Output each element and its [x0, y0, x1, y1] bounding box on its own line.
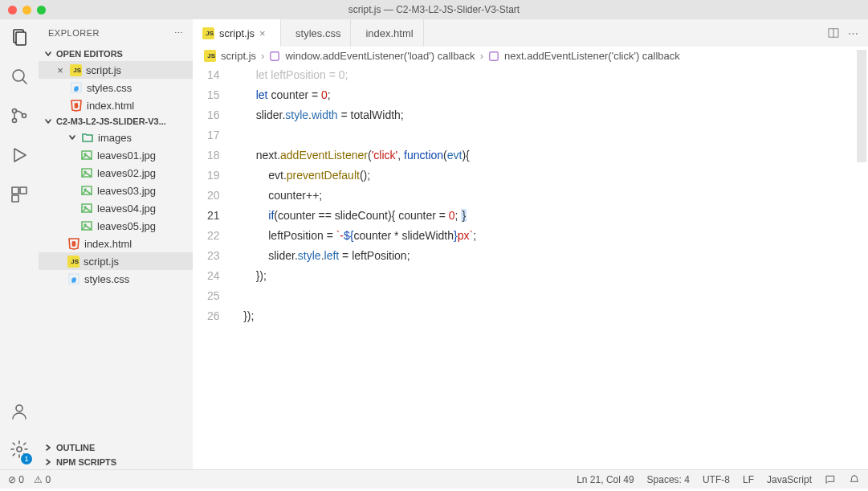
editor-tab[interactable]: 5index.html: [351, 19, 423, 47]
file-label: script.js: [86, 64, 121, 76]
editor-area: JSscript.js × #styles.css 5index.html ⋯ …: [193, 19, 868, 469]
file-label: leaves03.jpg: [97, 185, 156, 197]
tab-label: index.html: [365, 27, 413, 39]
line-numbers: 14151617181920212223242526: [193, 65, 231, 469]
source-control-icon[interactable]: [10, 106, 29, 128]
svg-point-11: [16, 405, 22, 411]
split-editor-icon[interactable]: [827, 27, 840, 39]
language-mode[interactable]: JavaScript: [767, 474, 812, 485]
minimap-scrollbar[interactable]: [857, 50, 866, 162]
open-editor-item[interactable]: × JSscript.js: [39, 61, 193, 79]
tree-item[interactable]: images: [39, 129, 193, 146]
image-file-icon: [80, 149, 93, 162]
project-section[interactable]: C2-M3-L2-JS-SLIDER-V3...: [39, 114, 193, 129]
svg-rect-34: [271, 51, 279, 60]
cursor-position[interactable]: Ln 21, Col 49: [577, 474, 634, 485]
chevron-right-icon: ›: [261, 50, 264, 62]
tab-label: styles.css: [295, 27, 340, 39]
close-icon[interactable]: ×: [55, 64, 66, 76]
js-file-icon: JS: [70, 64, 82, 76]
tree-item[interactable]: 5index.html: [39, 235, 193, 252]
open-editors-section[interactable]: OPEN EDITORS: [39, 47, 193, 61]
window-title: script.js — C2-M3-L2-JS-Slider-V3-Start: [0, 4, 868, 15]
feedback-icon[interactable]: [825, 474, 836, 485]
svg-rect-1: [16, 32, 26, 45]
code-editor[interactable]: 14151617181920212223242526 let leftPosit…: [193, 65, 868, 469]
tree-item[interactable]: leaves02.jpg: [39, 164, 193, 182]
file-label: styles.css: [84, 273, 129, 285]
tree-item[interactable]: leaves03.jpg: [39, 182, 193, 199]
eol[interactable]: LF: [743, 474, 754, 485]
account-icon[interactable]: [10, 402, 29, 423]
image-file-icon: [80, 166, 93, 179]
errors-count[interactable]: ⊘ 0: [8, 474, 24, 485]
encoding[interactable]: UTF-8: [703, 474, 730, 485]
editor-tab[interactable]: JSscript.js ×: [193, 19, 281, 47]
chevron-right-icon: [43, 457, 53, 467]
js-file-icon: JS: [67, 256, 79, 268]
file-label: leaves02.jpg: [97, 167, 156, 179]
image-file-icon: [80, 219, 93, 232]
indent-setting[interactable]: Spaces: 4: [647, 474, 690, 485]
explorer-icon[interactable]: [10, 27, 29, 49]
file-label: index.html: [87, 100, 134, 112]
tree-item[interactable]: JSscript.js: [39, 252, 193, 270]
js-file-icon: JS: [202, 27, 214, 39]
file-label: leaves01.jpg: [97, 149, 156, 162]
explorer-label: EXPLORER: [48, 28, 100, 38]
file-label: index.html: [84, 238, 132, 250]
html-file-icon: 5: [67, 237, 80, 250]
svg-rect-8: [12, 187, 18, 194]
settings-icon[interactable]: 1: [10, 440, 29, 461]
file-label: leaves05.jpg: [97, 220, 156, 232]
chevron-down-icon: [67, 133, 77, 142]
run-debug-icon[interactable]: [10, 145, 29, 167]
extensions-icon[interactable]: [10, 185, 29, 207]
close-icon[interactable]: ×: [259, 27, 271, 39]
file-label: script.js: [84, 256, 119, 268]
activity-bar: 1: [0, 19, 39, 469]
title-bar: script.js — C2-M3-L2-JS-Slider-V3-Start: [0, 0, 868, 19]
search-icon[interactable]: [10, 67, 29, 88]
folder-icon: [81, 131, 94, 144]
file-tree: OPEN EDITORS × JSscript.js #styles.css 5…: [39, 47, 193, 440]
image-file-icon: [80, 202, 93, 215]
svg-marker-7: [14, 149, 26, 162]
method-icon: [269, 51, 280, 62]
file-label: styles.css: [87, 82, 132, 94]
tree-item[interactable]: leaves01.jpg: [39, 146, 193, 164]
breadcrumb[interactable]: JS script.js › window.addEventListener('…: [193, 47, 868, 65]
main-area: 1 EXPLORER ⋯ OPEN EDITORS × JSscript.js …: [0, 19, 868, 469]
method-icon: [488, 51, 499, 62]
svg-text:5: 5: [75, 103, 78, 108]
svg-rect-35: [490, 51, 499, 60]
file-label: leaves04.jpg: [97, 203, 156, 215]
svg-rect-9: [20, 187, 26, 194]
code-content[interactable]: let leftPosition = 0; let counter = 0; s…: [231, 65, 868, 469]
sidebar-header: EXPLORER ⋯: [39, 19, 193, 47]
open-editor-item[interactable]: #styles.css: [39, 79, 193, 96]
more-actions-icon[interactable]: ⋯: [848, 27, 858, 39]
svg-text:5: 5: [72, 241, 75, 247]
chevron-down-icon: [43, 49, 53, 59]
tree-item[interactable]: #styles.css: [39, 270, 193, 288]
tab-label: script.js: [219, 27, 255, 39]
editor-tabs: JSscript.js × #styles.css 5index.html ⋯: [193, 19, 868, 47]
outline-section[interactable]: OUTLINE: [39, 440, 193, 455]
css-file-icon: #: [67, 272, 80, 285]
more-icon[interactable]: ⋯: [174, 28, 184, 39]
html-file-icon: 5: [70, 99, 83, 112]
tree-item[interactable]: leaves04.jpg: [39, 199, 193, 217]
npm-scripts-section[interactable]: NPM SCRIPTS: [39, 455, 193, 469]
svg-point-12: [17, 447, 22, 452]
warnings-count[interactable]: ⚠ 0: [34, 474, 51, 485]
svg-text:#: #: [72, 276, 76, 284]
settings-badge: 1: [21, 453, 32, 464]
open-editor-item[interactable]: 5index.html: [39, 96, 193, 114]
svg-line-3: [22, 80, 26, 84]
editor-tab[interactable]: #styles.css: [281, 19, 351, 47]
tree-item[interactable]: leaves05.jpg: [39, 217, 193, 235]
notifications-icon[interactable]: [849, 474, 860, 485]
svg-rect-10: [12, 195, 18, 202]
chevron-down-icon: [43, 117, 53, 126]
